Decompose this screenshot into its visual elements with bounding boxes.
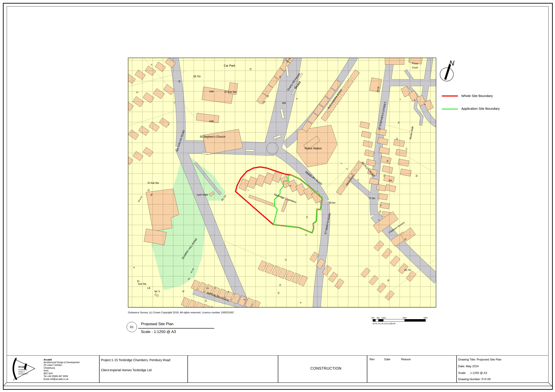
os-copyright-note: Ordnance Survey, (c) Crown Copyright 201… <box>128 311 234 314</box>
reason-header: Reason <box>401 358 411 361</box>
callout-title: Proposed Site Plan <box>141 322 174 326</box>
site-plan-map: Car Park26.7mHallEl Sub StaHallSt Stephe… <box>128 58 436 307</box>
scale-field: Scale: 1:1250 @ A3 <box>458 371 487 375</box>
map-label: PH <box>389 179 392 182</box>
drawing-number-field: Drawing Number: P-P-00 <box>458 378 490 381</box>
map-label: 1 <box>168 123 169 126</box>
firm-address: Arcadd Architectural Design & Developmen… <box>44 358 80 381</box>
firm-name: Arcadd <box>44 358 80 361</box>
svg-text:Architectural: Architectural <box>18 369 27 371</box>
map-label: Wr Tr <box>154 290 160 293</box>
map-label: 1 <box>400 98 401 100</box>
scalebar-tick: 0m <box>372 316 374 319</box>
map-label: Sub Sta <box>138 283 146 285</box>
map-label: 28.6m <box>329 201 335 204</box>
map-label: 6 <box>151 63 152 66</box>
map-label: 1 <box>214 287 216 289</box>
map-label: Car Park <box>224 64 235 67</box>
scalebar-tick: 5m <box>377 316 380 319</box>
map-label: 4 <box>424 103 425 106</box>
scalebar-ticks: 0m5m10m30m50m <box>373 316 431 319</box>
scalebar-caption: SITE PLAN SCALEBAR <box>373 322 431 325</box>
drawing-title-value: Proposed Site Plan <box>476 358 501 361</box>
drawing-number-label: Drawing Number: <box>458 378 481 381</box>
map-label: 28 <box>178 80 181 83</box>
grid-overlay <box>128 58 436 307</box>
project-field: Project:1-15 Tonbridge Chambers, Pembury… <box>101 358 170 362</box>
svg-text:Design &: Design & <box>18 371 25 373</box>
firm-line: BR7 5HY <box>44 372 80 375</box>
drawing-number-value: P-P-00 <box>482 378 490 381</box>
map-label: El Sub Sta <box>225 91 236 93</box>
drawing-title-field: Drawing Title: Proposed Site Plan <box>458 358 502 361</box>
scalebar: 0m5m10m30m50m SITE PLAN SCALEBAR <box>373 316 431 325</box>
map-label: 3 <box>414 99 415 101</box>
map-label: El Sub Sta <box>148 181 159 184</box>
firm-line: Email neil@arcadd.co.uk <box>44 378 80 381</box>
map-label: 12 <box>136 91 139 93</box>
date-header: Date <box>384 358 390 361</box>
svg-text:Arcadd: Arcadd <box>18 366 26 368</box>
map-label: Hall <box>209 120 214 122</box>
map-label: 2 <box>174 101 175 104</box>
north-arrow: N <box>436 55 463 85</box>
map-label: Priory <box>412 62 418 65</box>
map-label: 27.9m <box>369 197 375 200</box>
scalebar-tick: 30m <box>403 316 407 319</box>
title-block: Arcadd Architectural Design & Developmen… <box>7 355 548 383</box>
map-label: 26.7m <box>193 75 200 78</box>
map-label: 29.7m <box>404 269 411 271</box>
callout-underline <box>138 328 214 328</box>
client-field: Client:Imperial Homes Tonbridge Ltd <box>101 368 152 372</box>
date-field: Date: May 2024 <box>458 364 479 368</box>
date-label: Date: <box>458 364 465 368</box>
firm-line: Kent, <box>44 370 80 372</box>
drawing-title-label: Drawing Title: <box>458 358 476 361</box>
map-label: El <box>137 280 139 283</box>
scalebar-tick: 50m <box>424 316 428 319</box>
legend-swatch-whole-site <box>442 95 458 97</box>
map-label: LB <box>147 287 150 289</box>
svg-text:Development: Development <box>18 373 28 375</box>
legend-label-application-site: Application Site Boundary <box>461 107 500 110</box>
scale-label: Scale: <box>458 371 466 375</box>
map-label: MS <box>282 102 286 104</box>
map-label: 1a <box>206 287 209 289</box>
callout-number-circle: 01 <box>127 322 137 332</box>
title-block-band <box>3 382 552 386</box>
firm-line: 25 Lower Camden, <box>44 364 80 367</box>
callout-scale: Scale - 1:1250 @ A3 <box>141 330 176 334</box>
scalebar-tick: 10m <box>382 316 386 319</box>
legend-swatch-application-site <box>442 109 458 109</box>
firm-line: Chislehurst, <box>44 367 80 370</box>
date-value: May 2024 <box>466 364 479 368</box>
map-label: Hall <box>209 90 214 93</box>
scalebar-bar <box>373 319 426 322</box>
scale-value: 1:1250 @ A3 <box>470 371 487 375</box>
rev-header: Rev <box>370 358 374 361</box>
arcadd-logo: Arcadd Architectural Design & Developmen… <box>10 357 44 381</box>
north-arrow-label: N <box>449 59 454 67</box>
firm-line: Tel +44 (0)845 467 6936 <box>44 375 80 378</box>
drawing-sheet: Car Park26.7mHallEl Sub StaHallSt Stephe… <box>0 0 555 392</box>
legend-label-whole-site: Whole Site Boundary <box>461 94 493 98</box>
map-label: 5 <box>227 291 229 293</box>
map-label: Lych Gate <box>197 193 208 196</box>
map-label: 10 <box>243 298 246 301</box>
map-label: Police Station <box>305 147 322 150</box>
firm-line: Architectural Design & Development <box>44 361 80 364</box>
map-label: Court <box>412 66 418 69</box>
status-stamp: CONSTRUCTION <box>278 366 374 371</box>
map-label: St Stephen's Church <box>200 135 225 138</box>
